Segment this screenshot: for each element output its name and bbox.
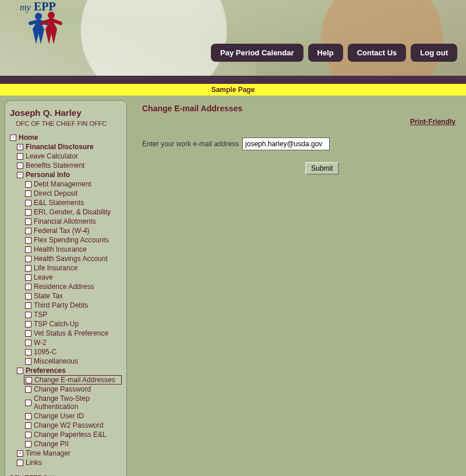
nav-change-email[interactable]: ·Change E-mail Addresses	[24, 375, 122, 385]
item-icon: ·	[25, 237, 31, 244]
nav-change-pii[interactable]: ·Change PII	[9, 439, 123, 449]
sidebar: Joseph Q. Harley OFC OF THE CHIEF FIN OF…	[5, 100, 127, 476]
nav-1095c[interactable]: ·1095-C	[9, 347, 123, 357]
item-icon: ·	[25, 256, 31, 262]
collapse-icon: −	[17, 172, 23, 178]
nav-residence-address[interactable]: ·Residence Address	[9, 282, 123, 291]
item-icon: ·	[25, 321, 31, 327]
item-icon: ·	[25, 191, 31, 197]
item-icon: ·	[25, 181, 31, 188]
nav-leave-calculator[interactable]: · Leave Calculator	[9, 151, 123, 161]
item-icon: ·	[17, 460, 23, 466]
content-area: Joseph Q. Harley OFC OF THE CHIEF FIN OF…	[0, 96, 466, 476]
nav-preferences[interactable]: − Preferences	[9, 366, 123, 375]
nav-links[interactable]: ·Links	[9, 458, 123, 467]
nav-direct-deposit[interactable]: ·Direct Deposit	[9, 189, 123, 198]
nav-tsp-catchup[interactable]: ·TSP Catch-Up	[9, 319, 123, 329]
nav-financial-disclosure[interactable]: + Financial Disclosure	[9, 142, 123, 151]
item-icon: ·	[25, 312, 31, 318]
help-button[interactable]: Help	[308, 44, 343, 62]
item-icon: ·	[25, 265, 31, 272]
item-icon: ·	[25, 302, 31, 309]
item-icon: ·	[25, 349, 31, 355]
app-logo: my EPP	[6, 0, 76, 47]
collapse-icon: −	[10, 135, 16, 141]
main-panel: Change E-mail Addresses Print-Friendly E…	[132, 100, 461, 175]
page-root: my EPP Pay Period Calendar Help Contact …	[0, 0, 466, 476]
logout-button[interactable]: Log out	[411, 44, 457, 62]
email-label: Enter your work e-mail address	[142, 140, 239, 148]
item-icon: ·	[25, 358, 31, 365]
nav-change-password[interactable]: ·Change Password	[9, 385, 123, 394]
top-nav: Pay Period Calendar Help Contact Us Log …	[211, 44, 457, 62]
nav-flex-spending[interactable]: ·Flex Spending Accounts	[9, 235, 123, 245]
item-icon: ·	[25, 200, 31, 206]
item-icon: ·	[25, 218, 31, 225]
nav-el-statements[interactable]: ·E&L Statements	[9, 198, 123, 207]
nav-w2[interactable]: ·W-2	[9, 338, 123, 347]
nav-change-2fa[interactable]: ·Change Two-Step Authentication	[9, 394, 123, 411]
page-title: Change E-mail Addresses	[142, 104, 456, 113]
nav-third-party-debts[interactable]: ·Third Party Debts	[9, 301, 123, 310]
item-icon: ·	[25, 209, 31, 216]
item-icon: ·	[17, 153, 23, 160]
svg-text:my: my	[20, 2, 31, 13]
nav-home[interactable]: − Home	[9, 133, 123, 142]
nav-tree: − Home + Financial Disclosure · Leave Ca…	[9, 133, 123, 467]
submit-button[interactable]: Submit	[305, 162, 338, 175]
item-icon: ·	[25, 441, 31, 447]
item-icon: ·	[25, 422, 31, 429]
nav-state-tax[interactable]: ·State Tax	[9, 291, 123, 301]
contact-us-button[interactable]: Contact Us	[348, 44, 407, 62]
nav-life-insurance[interactable]: ·Life Insurance	[9, 263, 123, 273]
item-icon: ·	[25, 413, 31, 419]
item-icon: ·	[25, 284, 31, 290]
nav-tsp[interactable]: ·TSP	[9, 310, 123, 319]
item-icon: ·	[25, 246, 31, 253]
item-icon: ·	[25, 432, 31, 438]
nav-change-paperless[interactable]: ·Change Paperless E&L	[9, 430, 123, 439]
nav-leave[interactable]: ·Leave	[9, 273, 123, 282]
nav-financial-allotments[interactable]: ·Financial Allotments	[9, 217, 123, 226]
nav-federal-tax[interactable]: ·Federal Tax (W-4)	[9, 226, 123, 235]
item-icon: ·	[25, 330, 31, 337]
user-name: Joseph Q. Harley	[10, 108, 122, 118]
nav-eri[interactable]: ·ERI, Gender, & Disability	[9, 207, 123, 217]
expand-icon: +	[17, 450, 23, 457]
print-friendly-link[interactable]: Print-Friendly	[142, 118, 456, 126]
item-icon: ·	[25, 228, 31, 234]
header: my EPP Pay Period Calendar Help Contact …	[0, 0, 466, 76]
item-icon: ·	[17, 163, 23, 169]
nav-change-w2-password[interactable]: ·Change W2 Password	[9, 421, 123, 430]
svg-text:EPP: EPP	[34, 0, 56, 13]
nav-benefits-statement[interactable]: · Benefits Statement	[9, 161, 123, 170]
nav-hsa[interactable]: ·Health Savings Account	[9, 254, 123, 263]
item-icon: ·	[25, 386, 31, 393]
collapse-icon: −	[17, 368, 23, 374]
nav-debt-management[interactable]: ·Debt Management	[9, 179, 123, 189]
nav-personal-info[interactable]: − Personal Info	[9, 170, 123, 179]
email-form-row: Enter your work e-mail address	[142, 137, 456, 150]
user-org: OFC OF THE CHIEF FIN OFFC	[16, 120, 122, 127]
pay-period-calendar-button[interactable]: Pay Period Calendar	[211, 44, 303, 62]
nav-miscellaneous[interactable]: ·Miscellaneous	[9, 357, 123, 366]
divider-purple	[0, 76, 466, 84]
item-icon: ·	[26, 377, 32, 383]
expand-icon: +	[17, 144, 23, 150]
header-decor-right	[186, 0, 466, 76]
submit-row: Submit	[189, 162, 456, 175]
nav-change-userid[interactable]: ·Change User ID	[9, 411, 123, 421]
nav-time-manager[interactable]: +Time Manager	[9, 449, 123, 458]
item-icon: ·	[25, 274, 31, 281]
item-icon: ·	[25, 293, 31, 299]
work-email-input[interactable]	[242, 137, 330, 150]
nav-vet-status[interactable]: ·Vet Status & Preference	[9, 329, 123, 338]
nav-health-insurance[interactable]: ·Health Insurance	[9, 245, 123, 254]
item-icon: ·	[25, 400, 31, 406]
item-icon: ·	[25, 340, 31, 346]
sample-page-banner: Sample Page	[0, 84, 466, 96]
